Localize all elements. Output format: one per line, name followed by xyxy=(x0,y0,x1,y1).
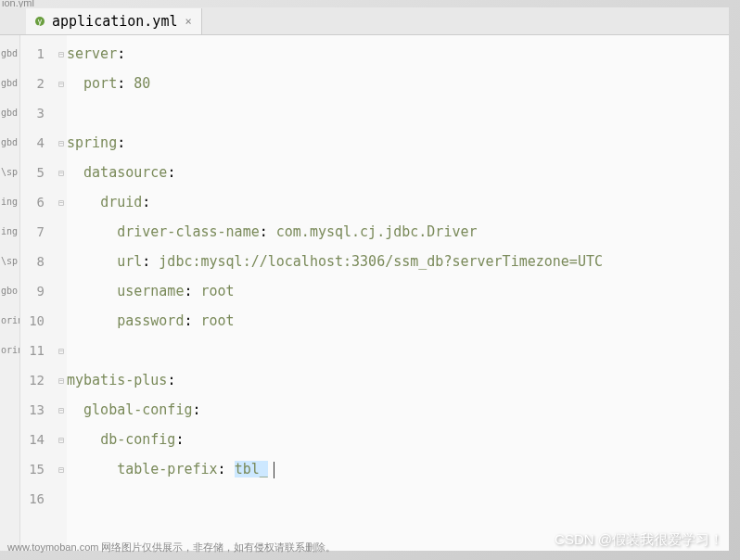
sidebar-label: ing xyxy=(0,217,19,247)
line-number: 6 xyxy=(20,187,45,217)
text-cursor xyxy=(274,462,274,478)
code-line[interactable]: url: jdbc:mysql://localhost:3306/ssm_db?… xyxy=(67,247,729,276)
fold-toggle xyxy=(56,98,67,128)
line-number: 4 xyxy=(20,128,45,158)
breadcrumb-sidebar: gbd gbd gbd gbd \sp ing ing \sp gbo orin… xyxy=(0,35,20,551)
sidebar-label: ing xyxy=(0,187,19,217)
sidebar-label: gbd xyxy=(0,128,19,158)
yaml-file-icon: y xyxy=(33,15,46,28)
line-number: 3 xyxy=(20,98,45,128)
code-line[interactable]: driver-class-name: com.mysql.cj.jdbc.Dri… xyxy=(67,217,729,247)
code-line[interactable]: username: root xyxy=(67,276,729,306)
code-line[interactable] xyxy=(67,98,729,128)
line-number: 1 xyxy=(20,39,45,69)
fold-toggle[interactable]: ⊟ xyxy=(56,158,67,187)
close-icon[interactable]: × xyxy=(183,15,193,28)
code-line[interactable]: mybatis-plus: xyxy=(67,365,729,395)
code-line[interactable]: spring: xyxy=(67,128,729,158)
watermark-source: www.toymoban.com 网络图片仅供展示，非存储，如有侵权请联系删除。 xyxy=(7,541,336,554)
line-number: 2 xyxy=(20,69,45,98)
line-number: 11 xyxy=(20,336,45,365)
fold-toggle xyxy=(56,217,67,247)
sidebar-label: gbd xyxy=(0,98,19,128)
fold-toggle[interactable]: ⊟ xyxy=(56,454,67,484)
line-number: 13 xyxy=(20,395,45,425)
line-number-gutter: 1 2 3 4 5 6 7 8 9 10 11 12 13 14 15 16 xyxy=(20,35,56,551)
code-line[interactable]: port: 80 xyxy=(67,69,729,98)
line-number: 8 xyxy=(20,247,45,276)
file-tab[interactable]: y application.yml × xyxy=(26,8,202,34)
line-number: 15 xyxy=(20,454,45,484)
line-number: 10 xyxy=(20,306,45,336)
line-number: 14 xyxy=(20,425,45,454)
sidebar-label: orin xyxy=(0,306,19,336)
fold-toggle[interactable]: ⊟ xyxy=(56,69,67,98)
code-content[interactable]: server: port: 80 spring: datasource: dru… xyxy=(67,35,729,551)
code-line[interactable]: db-config: xyxy=(67,425,729,454)
fold-toggle xyxy=(56,276,67,306)
code-line[interactable] xyxy=(67,336,729,365)
editor-area: gbd gbd gbd gbd \sp ing ing \sp gbo orin… xyxy=(0,35,729,551)
code-line[interactable]: global-config: xyxy=(67,395,729,425)
code-line[interactable]: table-prefix: tbl_ xyxy=(67,454,729,484)
code-line[interactable]: password: root xyxy=(67,306,729,336)
fold-toggle xyxy=(56,484,67,514)
watermark-author: CSDN @假装我很爱学习！ xyxy=(555,531,723,549)
editor-window: y application.yml × gbd gbd gbd gbd \sp … xyxy=(0,7,729,551)
svg-text:y: y xyxy=(38,18,43,26)
fold-toggle[interactable]: ⊟ xyxy=(56,395,67,425)
fold-toggle[interactable]: ⊟ xyxy=(56,336,67,365)
line-number: 5 xyxy=(20,158,45,187)
sidebar-label: gbd xyxy=(0,69,19,98)
tab-bar: y application.yml × xyxy=(0,7,729,35)
line-number: 12 xyxy=(20,365,45,395)
sidebar-label: \sp xyxy=(0,247,19,276)
sidebar-label: \sp xyxy=(0,158,19,187)
fold-toggle[interactable]: ⊟ xyxy=(56,128,67,158)
code-line[interactable]: datasource: xyxy=(67,158,729,187)
sidebar-label: orin xyxy=(0,336,19,365)
code-line[interactable]: druid: xyxy=(67,187,729,217)
line-number: 9 xyxy=(20,276,45,306)
tab-filename: application.yml xyxy=(52,13,177,30)
code-line[interactable]: server: xyxy=(67,39,729,69)
line-number: 16 xyxy=(20,484,45,514)
fold-toggle[interactable]: ⊟ xyxy=(56,425,67,454)
fold-toggle[interactable]: ⊟ xyxy=(56,365,67,395)
sidebar-label: gbd xyxy=(0,39,19,69)
fold-toggle[interactable]: ⊟ xyxy=(56,39,67,69)
fold-toggle[interactable]: ⊟ xyxy=(56,187,67,217)
fold-gutter: ⊟ ⊟ ⊟ ⊟ ⊟ ⊟ ⊟ ⊟ ⊟ ⊟ xyxy=(56,35,67,551)
sidebar-label: gbo xyxy=(0,276,19,306)
fold-toggle xyxy=(56,247,67,276)
fold-toggle xyxy=(56,306,67,336)
line-number: 7 xyxy=(20,217,45,247)
code-line[interactable] xyxy=(67,484,729,514)
